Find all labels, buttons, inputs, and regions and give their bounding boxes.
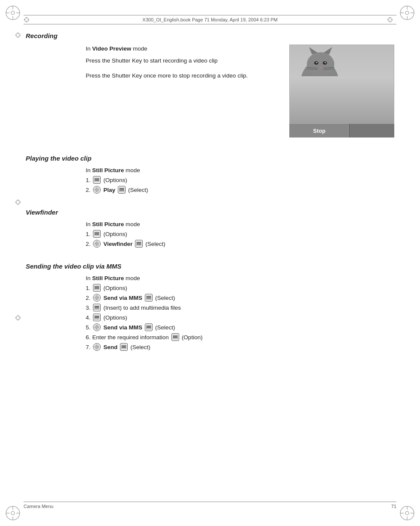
recording-mode-bold: Video Preview	[92, 45, 131, 52]
svg-rect-98	[95, 288, 99, 289]
svg-point-7	[405, 11, 409, 15]
select-btn-icon-vf	[135, 240, 143, 248]
svg-point-1	[11, 11, 15, 15]
svg-point-13	[11, 511, 15, 515]
viewfinder-title: Viewfinder	[26, 209, 394, 216]
playing-step-2-num: 2.	[86, 187, 90, 193]
viewfinder-section: Viewfinder In Still Picture mode 1. (Opt…	[26, 209, 394, 248]
sending-step-6: 6. Enter the required information (Optio…	[86, 333, 394, 341]
sending-mode-line: In Still Picture mode	[86, 275, 394, 281]
corner-tr-decoration	[399, 4, 416, 21]
svg-rect-113	[95, 317, 99, 318]
sending-mode-bold: Still Picture	[92, 275, 124, 281]
s-insert-btn-3	[93, 304, 101, 311]
header-bar: X300_OI_English.book Page 71 Monday, Apr…	[24, 15, 396, 24]
svg-rect-82	[120, 188, 124, 189]
record-button-right	[350, 124, 394, 137]
options-btn-icon-vf	[93, 230, 101, 238]
sending-body: In Still Picture mode 1. (Options) 2. Se…	[86, 275, 394, 351]
svg-point-69	[363, 92, 365, 93]
recording-section: Recording In Video Preview mode Press th…	[26, 32, 394, 137]
svg-rect-73	[95, 179, 99, 179]
corner-bl-decoration	[4, 505, 21, 522]
sending-step-2: 2. Send via MMS (Select)	[86, 294, 394, 302]
recording-mode-line: In Video Preview mode	[86, 45, 281, 53]
corner-tl-decoration	[4, 4, 21, 21]
video-photo-svg	[290, 45, 394, 124]
playing-step-2-action: Play	[103, 187, 115, 193]
svg-rect-106	[147, 296, 151, 297]
footer-left: Camera Menu	[24, 504, 54, 509]
video-controls: Stop	[289, 124, 394, 137]
playing-mode-bold: Still Picture	[92, 167, 124, 173]
options-btn-icon-1	[93, 176, 101, 184]
sending-step-5: 5. Send via MMS (Select)	[86, 323, 394, 331]
svg-point-70	[360, 92, 370, 97]
main-content: Recording In Video Preview mode Press th…	[26, 32, 394, 500]
viewfinder-body: In Still Picture mode 1. (Options) 2. Vi…	[86, 221, 394, 248]
svg-rect-134	[122, 347, 126, 348]
playing-step-1-num: 1.	[86, 177, 90, 183]
svg-rect-71	[290, 45, 394, 124]
viewfinder-step-2-num: 2.	[86, 241, 90, 247]
viewfinder-step-1-text: (Options)	[103, 231, 127, 237]
svg-rect-94	[137, 242, 141, 243]
sending-step-7: 7. Send (Select)	[86, 343, 394, 351]
playing-section: Playing the video clip In Still Picture …	[26, 155, 394, 194]
recording-line1: Press the Shutter Key to start recording…	[86, 57, 281, 65]
viewfinder-step-1: 1. (Options)	[86, 230, 394, 238]
svg-point-65	[348, 77, 382, 103]
video-image	[289, 45, 394, 124]
playing-title: Playing the video clip	[26, 155, 394, 162]
svg-rect-50	[290, 79, 394, 124]
svg-rect-124	[173, 336, 177, 337]
svg-rect-85	[95, 233, 99, 233]
s-options-btn-1	[93, 284, 101, 292]
svg-point-19	[405, 511, 409, 515]
stop-button[interactable]: Stop	[289, 124, 350, 137]
s-options-btn-4	[93, 314, 101, 321]
header-crosshair-icon	[24, 17, 30, 23]
svg-point-68	[361, 91, 368, 95]
s-action-2: Send via MMS	[103, 295, 142, 301]
viewfinder-mode-bold: Still Picture	[92, 221, 124, 227]
select-btn-icon-play	[118, 186, 126, 194]
s-action-7: Send	[103, 344, 117, 350]
s-nav-icon-5	[93, 323, 101, 331]
left-marker-1	[15, 32, 21, 39]
svg-rect-86	[95, 234, 99, 235]
playing-step-2-text: (Select)	[128, 187, 148, 193]
s-option-btn-6	[171, 333, 179, 341]
viewfinder-step-2: 2. Viewfinder (Select)	[86, 240, 394, 248]
viewfinder-step-2-action: Viewfinder	[103, 241, 132, 247]
playing-step-1-text: (Options)	[103, 177, 127, 183]
s-select-btn-2	[145, 294, 153, 302]
viewfinder-step-2-text: (Select)	[145, 241, 165, 247]
svg-point-67	[367, 78, 388, 105]
s-nav-icon-2	[93, 294, 101, 302]
playing-step-1: 1. (Options)	[86, 176, 394, 184]
video-thumbnail: Stop	[289, 45, 394, 137]
recording-body: In Video Preview mode Press the Shutter …	[86, 45, 394, 137]
svg-rect-125	[173, 337, 177, 338]
viewfinder-steps-list: 1. (Options) 2. Viewfinder (Select)	[86, 230, 394, 248]
svg-rect-112	[95, 316, 99, 317]
sending-steps-list: 1. (Options) 2. Send via MMS (Select) 3.…	[86, 284, 394, 351]
recording-title: Recording	[26, 32, 394, 39]
sending-step-1: 1. (Options)	[86, 284, 394, 292]
viewfinder-mode-line: In Still Picture mode	[86, 221, 394, 227]
playing-body: In Still Picture mode 1. (Options) 2. Pl…	[86, 167, 394, 194]
svg-rect-74	[95, 180, 99, 181]
left-marker-3	[15, 315, 21, 322]
nav-icon-play	[93, 186, 101, 194]
footer-right: 71	[391, 504, 396, 509]
svg-point-66	[341, 78, 362, 105]
svg-rect-122	[147, 327, 151, 328]
recording-text: In Video Preview mode Press the Shutter …	[86, 45, 281, 84]
corner-br-decoration	[399, 505, 416, 522]
svg-rect-133	[122, 346, 126, 347]
viewfinder-step-1-num: 1.	[86, 231, 90, 237]
recording-layout: In Video Preview mode Press the Shutter …	[86, 45, 394, 137]
svg-rect-121	[147, 326, 151, 327]
playing-steps-list: 1. (Options) 2. Play (Select)	[86, 176, 394, 194]
